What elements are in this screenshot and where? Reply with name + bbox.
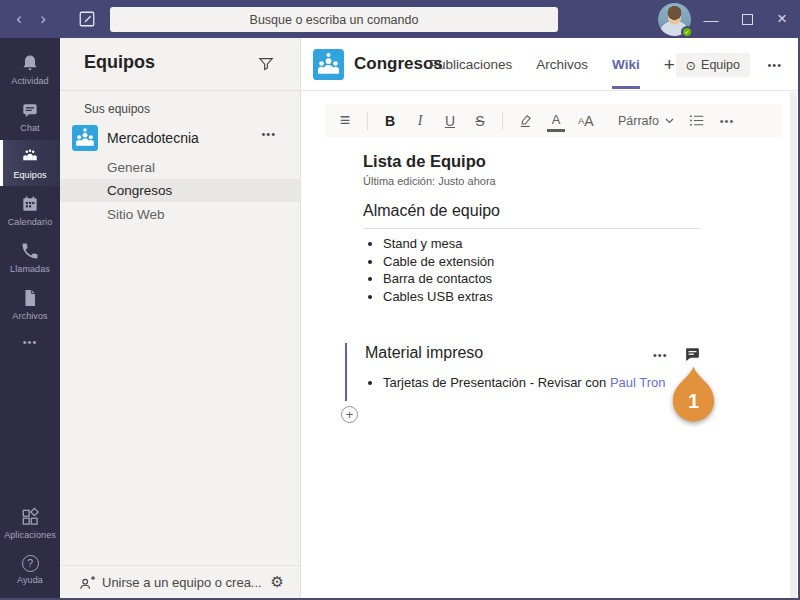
section-more-icon[interactable]: ••• xyxy=(653,349,668,361)
bullet-list-icon[interactable] xyxy=(688,110,705,132)
rail-item-label: Llamadas xyxy=(10,264,50,274)
channel-header: Congresos Publicaciones Archivos Wiki + … xyxy=(301,38,800,91)
team-avatar-icon xyxy=(72,125,98,151)
channel-team-icon xyxy=(313,49,344,80)
material-list: Tarjetas de Presentación - Revisar con P… xyxy=(367,374,666,392)
highlighter-icon[interactable] xyxy=(517,110,534,132)
list-item[interactable]: Cables USB extras xyxy=(383,288,494,306)
nav-back-icon[interactable]: ‹ xyxy=(8,0,30,38)
rail-item-calendario[interactable]: Calendario xyxy=(0,187,60,233)
tab-wiki[interactable]: Wiki xyxy=(612,38,640,91)
rail-item-label: Chat xyxy=(20,123,39,133)
underline-button[interactable]: U xyxy=(442,110,458,132)
rail-item-label: Actividad xyxy=(11,76,48,86)
rail-item-label: Calendario xyxy=(8,217,53,227)
rail-item-llamadas[interactable]: Llamadas xyxy=(0,234,60,280)
titlebar: ‹ › ✓ — × xyxy=(0,0,800,38)
compose-icon[interactable] xyxy=(78,10,96,28)
rail-item-label: Equipos xyxy=(13,170,46,180)
list-item[interactable]: Barra de contactos xyxy=(383,270,494,288)
toolbar-more-icon[interactable]: ••• xyxy=(719,110,735,132)
your-teams-label: Sus equipos xyxy=(84,102,150,116)
files-icon xyxy=(20,288,40,308)
panel-title: Equipos xyxy=(84,52,155,73)
paragraph-label: Párrafo xyxy=(618,114,659,128)
toolbar-divider xyxy=(367,112,368,130)
wiki-toolbar: ≡ B I U S A AA Párrafo ••• xyxy=(325,104,783,137)
rail-item-aplicaciones[interactable]: Aplicaciones xyxy=(0,500,60,546)
join-team-label: Unirse a un equipo o crea... xyxy=(102,575,262,590)
more-icon: ••• xyxy=(23,336,38,348)
rail-bottom: Aplicaciones ? Ayuda xyxy=(0,500,60,594)
presence-available-icon: ✓ xyxy=(681,26,693,38)
vertical-scrollbar[interactable] xyxy=(790,92,797,600)
list-item[interactable]: Stand y mesa xyxy=(383,235,494,253)
team-row-mercadotecnia[interactable]: Mercadotecnia ••• xyxy=(60,124,300,154)
section-comment-icon[interactable] xyxy=(684,346,701,363)
strikethrough-button[interactable]: S xyxy=(472,110,488,132)
help-icon: ? xyxy=(22,555,39,572)
rail-item-label: Ayuda xyxy=(17,575,43,585)
section-title-material[interactable]: Material impreso xyxy=(365,344,483,362)
expand-menu-icon[interactable]: ≡ xyxy=(337,110,353,132)
channel-sitio-web[interactable]: Sitio Web xyxy=(60,203,300,226)
filter-icon[interactable] xyxy=(258,56,274,72)
tab-publicaciones[interactable]: Publicaciones xyxy=(429,38,512,91)
add-section-button[interactable]: + xyxy=(341,406,358,423)
minimize-button[interactable]: — xyxy=(698,0,724,38)
teams-icon xyxy=(20,147,40,167)
rail-item-label: Aplicaciones xyxy=(4,530,56,540)
panel-divider xyxy=(60,90,300,91)
bell-icon xyxy=(20,53,40,73)
tab-archivos[interactable]: Archivos xyxy=(536,38,588,91)
callout-number: 1 xyxy=(688,390,699,412)
rail-item-equipos[interactable]: Equipos xyxy=(0,140,60,186)
toolbar-divider xyxy=(502,112,503,130)
italic-button[interactable]: I xyxy=(412,110,428,132)
font-color-button[interactable]: A xyxy=(548,110,564,132)
main-content: Congresos Publicaciones Archivos Wiki + … xyxy=(301,38,800,600)
search-input[interactable] xyxy=(110,7,558,32)
calendar-icon xyxy=(20,194,40,214)
last-edited-label: Última edición: Justo ahora xyxy=(363,175,496,187)
list-item-text: Tarjetas de Presentación - Revisar con xyxy=(383,375,610,390)
nav-forward-icon[interactable]: › xyxy=(32,0,54,38)
mention-link[interactable]: Paul Tron xyxy=(610,375,666,390)
apps-icon xyxy=(20,507,40,527)
paragraph-dropdown[interactable]: Párrafo xyxy=(618,114,674,128)
rail-item-chat[interactable]: Chat xyxy=(0,93,60,139)
avatar[interactable]: ✓ xyxy=(658,3,691,36)
team-privacy-button[interactable]: ⊙ Equipo xyxy=(676,53,750,77)
maximize-icon xyxy=(742,14,753,25)
team-more-icon[interactable]: ••• xyxy=(261,128,276,140)
team-button-label: Equipo xyxy=(701,58,740,72)
privacy-icon: ⊙ xyxy=(686,58,696,73)
header-more-icon[interactable]: ••• xyxy=(767,53,782,77)
gear-icon[interactable]: ⚙ xyxy=(271,573,284,591)
channel-congresos[interactable]: Congresos xyxy=(60,179,300,202)
teams-panel: Equipos Sus equipos Mercadotecnia ••• Ge… xyxy=(60,38,301,600)
join-team-icon xyxy=(78,574,96,592)
annotation-callout-1: 1 xyxy=(671,365,716,422)
page-title: Lista de Equipo xyxy=(363,152,486,171)
list-item[interactable]: Tarjetas de Presentación - Revisar con P… xyxy=(383,374,666,392)
close-button[interactable]: × xyxy=(769,0,795,38)
maximize-button[interactable] xyxy=(734,0,760,38)
rail-more-button[interactable]: ••• xyxy=(0,328,60,356)
rail-item-archivos[interactable]: Archivos xyxy=(0,281,60,327)
app-rail: Actividad Chat Equipos Calendario Llamad… xyxy=(0,38,60,600)
section-title-almacen[interactable]: Almacén de equipo xyxy=(363,202,500,220)
font-size-button[interactable]: AA xyxy=(578,110,594,132)
rail-item-ayuda[interactable]: ? Ayuda xyxy=(0,547,60,593)
rail-item-actividad[interactable]: Actividad xyxy=(0,46,60,92)
almacen-list: Stand y mesa Cable de extensión Barra de… xyxy=(367,235,494,305)
channel-general[interactable]: General xyxy=(60,156,300,179)
join-team-row[interactable]: Unirse a un equipo o crea... ⚙ xyxy=(60,565,300,598)
section-divider xyxy=(363,228,700,229)
add-tab-button[interactable]: + xyxy=(664,38,675,91)
rail-item-label: Archivos xyxy=(12,311,47,321)
team-name: Mercadotecnia xyxy=(107,130,199,146)
bold-button[interactable]: B xyxy=(382,110,398,132)
list-item[interactable]: Cable de extensión xyxy=(383,253,494,271)
font-size-big-a: A xyxy=(584,113,593,129)
